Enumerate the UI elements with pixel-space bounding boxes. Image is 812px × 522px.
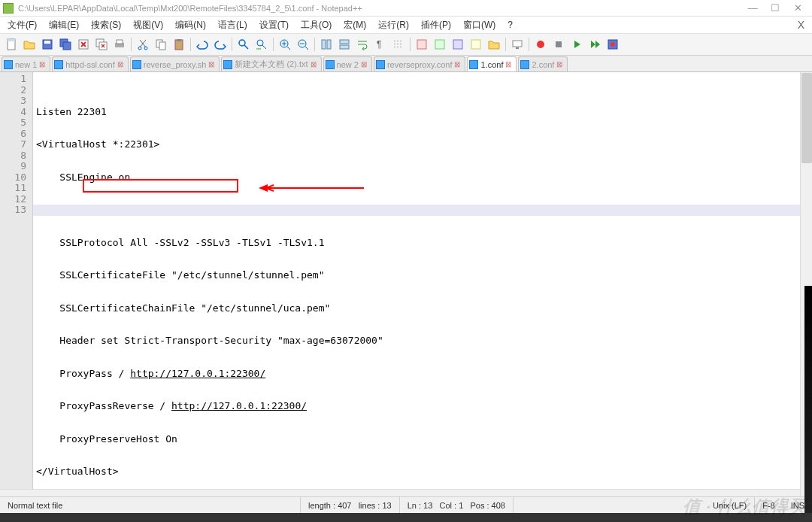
svg-point-35	[611, 42, 615, 47]
menu-file[interactable]: 文件(F)	[2, 17, 43, 33]
svg-rect-26	[417, 40, 426, 49]
menu-plugins[interactable]: 插件(P)	[415, 17, 457, 33]
tab-label: new 1	[15, 60, 37, 69]
svg-rect-16	[177, 39, 181, 41]
close-icon[interactable]: ⊠	[556, 61, 564, 68]
current-line-highlight	[33, 205, 812, 216]
menu-settings[interactable]: 设置(T)	[253, 17, 295, 33]
file-tab-newtext2[interactable]: 新建文本文档 (2).txt⊠	[221, 56, 321, 71]
tab-label: reverseproxy.conf	[387, 60, 453, 69]
menu-help[interactable]: ?	[501, 18, 519, 32]
doc-map-button[interactable]	[432, 36, 448, 53]
tab-label: new 2	[337, 60, 359, 69]
save-all-button[interactable]	[57, 36, 74, 53]
wordwrap-button[interactable]	[354, 36, 371, 53]
file-icon	[132, 60, 141, 69]
close-button[interactable]: ✕	[786, 1, 809, 16]
svg-rect-10	[117, 40, 123, 44]
line-gutter: 123 456 789 101112 13	[0, 72, 33, 501]
file-tab-new2[interactable]: new 2⊠	[323, 56, 372, 71]
file-tab-httpd-ssl[interactable]: httpd-ssl.conf⊠	[52, 56, 128, 71]
func-list-button[interactable]	[468, 36, 484, 53]
svg-rect-31	[516, 47, 519, 49]
menu-language[interactable]: 语言(L)	[212, 17, 253, 33]
maximize-button[interactable]: ☐	[764, 1, 786, 16]
save-button[interactable]	[39, 36, 56, 53]
folder-button[interactable]	[486, 36, 502, 53]
file-tab-reverseproxy-conf[interactable]: reverseproxy.conf⊠	[374, 56, 466, 71]
sync-v-button[interactable]	[318, 36, 335, 53]
url-link[interactable]: http://127.0.0.1:22300/	[130, 368, 265, 379]
menu-encoding[interactable]: 编码(N)	[169, 17, 212, 33]
close-icon[interactable]: ⊠	[454, 61, 462, 68]
code-line: SSLEngine on	[36, 172, 812, 184]
open-file-button[interactable]	[21, 36, 38, 53]
replace-button[interactable]	[253, 36, 270, 53]
status-length: length : 407 lines : 13	[301, 497, 400, 513]
close-all-button[interactable]	[93, 36, 110, 53]
file-icon	[54, 60, 63, 69]
svg-rect-27	[435, 40, 444, 49]
file-icon	[223, 60, 232, 69]
macro-stop-button[interactable]	[550, 36, 567, 53]
macro-record-button[interactable]	[532, 36, 549, 53]
macro-play-multi-button[interactable]	[586, 36, 603, 53]
print-button[interactable]	[111, 36, 128, 53]
status-encoding[interactable]: F-8	[755, 497, 783, 513]
close-file-button[interactable]	[75, 36, 92, 53]
desktop-edge-right	[804, 286, 812, 513]
status-eol[interactable]: Unix (LF)	[705, 497, 755, 513]
status-position: Ln : 13 Col : 1 Pos : 408	[400, 497, 514, 513]
statusbar: Normal text file length : 407 lines : 13…	[0, 496, 812, 513]
find-button[interactable]	[235, 36, 252, 53]
code-editor[interactable]: Listen 22301 <VirtualHost *:22301> SSLEn…	[33, 72, 812, 501]
file-tab-2conf[interactable]: 2.conf⊠	[518, 56, 568, 71]
monitor-button[interactable]	[509, 36, 526, 53]
sync-h-button[interactable]	[336, 36, 353, 53]
close-all-icon[interactable]: X	[798, 19, 804, 31]
minimize-button[interactable]: —	[741, 1, 764, 16]
code-line: ProxyPreserveHost On	[36, 434, 812, 445]
file-icon	[4, 60, 13, 69]
macro-save-button[interactable]	[604, 36, 621, 53]
close-icon[interactable]: ⊠	[117, 61, 125, 68]
close-icon[interactable]: ⊠	[208, 61, 216, 68]
file-tab-1conf[interactable]: 1.conf⊠	[467, 56, 517, 71]
close-icon[interactable]: ⊠	[39, 61, 47, 68]
file-icon	[469, 60, 478, 69]
tab-label: 新建文本文档 (2).txt	[235, 59, 308, 70]
lang-udl-button[interactable]	[414, 36, 430, 53]
file-tab-reverse-proxy-sh[interactable]: reverse_proxy.sh⊠	[130, 56, 220, 71]
file-icon	[520, 60, 529, 69]
url-link[interactable]: http://127.0.0.1:22300/	[171, 400, 307, 411]
doc-list-button[interactable]	[450, 36, 466, 53]
menu-view[interactable]: 视图(V)	[127, 17, 169, 33]
menu-search[interactable]: 搜索(S)	[85, 17, 127, 33]
close-icon[interactable]: ⊠	[361, 61, 368, 68]
show-all-chars-button[interactable]: ¶	[372, 36, 389, 53]
svg-rect-5	[63, 42, 71, 50]
menu-window[interactable]: 窗口(W)	[457, 17, 501, 33]
scrollbar-thumb[interactable]	[801, 73, 812, 163]
copy-button[interactable]	[153, 36, 169, 53]
menu-edit[interactable]: 编辑(E)	[43, 17, 85, 33]
menu-run[interactable]: 运行(R)	[372, 17, 415, 33]
close-icon[interactable]: ⊠	[311, 61, 318, 68]
close-icon[interactable]: ⊠	[505, 61, 513, 68]
file-tab-new1[interactable]: new 1⊠	[2, 56, 50, 71]
file-icon	[376, 60, 385, 69]
indent-guide-button[interactable]	[390, 36, 407, 53]
undo-button[interactable]	[194, 36, 211, 53]
new-file-button[interactable]	[3, 36, 20, 53]
zoom-out-button[interactable]	[295, 36, 311, 53]
zoom-in-button[interactable]	[277, 36, 293, 53]
macro-play-button[interactable]	[568, 36, 585, 53]
paste-button[interactable]	[171, 36, 187, 53]
menu-macro[interactable]: 宏(M)	[338, 17, 372, 33]
redo-button[interactable]	[212, 36, 229, 53]
cut-button[interactable]	[135, 36, 151, 53]
annotation-arrow	[259, 184, 364, 193]
menu-tools[interactable]: 工具(O)	[295, 17, 338, 33]
svg-rect-1	[8, 39, 15, 41]
tab-label: reverse_proxy.sh	[144, 60, 207, 69]
